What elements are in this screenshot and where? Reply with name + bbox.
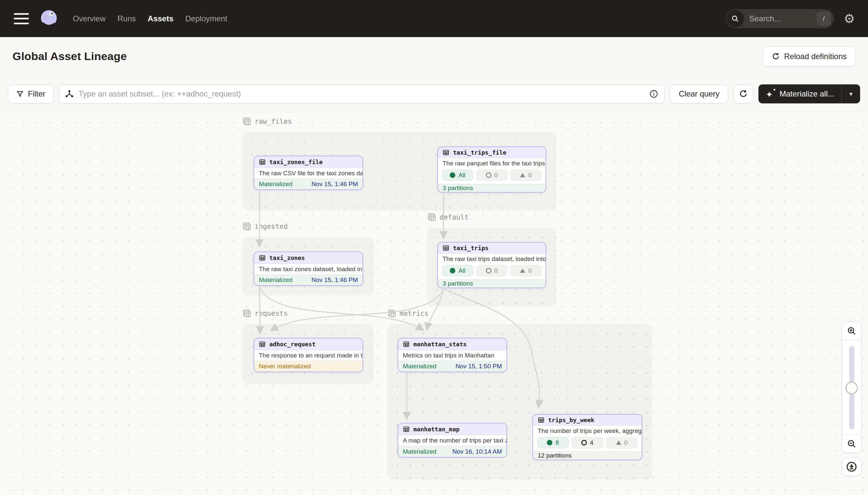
triangle-icon: [616, 441, 621, 445]
clear-query-label: Clear query: [679, 89, 720, 99]
asset-description: Metrics on taxi trips in Manhattan: [398, 350, 507, 361]
zoom-in-button[interactable]: [842, 322, 861, 340]
download-icon: [846, 461, 857, 472]
partition-badges: 8 4 0: [533, 436, 642, 451]
asset-node-header: taxi_zones: [254, 252, 362, 264]
partitions-materialized-badge[interactable]: All: [442, 169, 473, 181]
group-label-raw-files[interactable]: raw_files: [243, 117, 292, 126]
filter-button[interactable]: Filter: [8, 84, 53, 103]
partitions-missing-badge[interactable]: 0: [510, 169, 542, 181]
asset-name: manhattan_stats: [413, 341, 467, 347]
asset-name: taxi_zones_file: [269, 158, 323, 166]
dagster-logo[interactable]: [39, 8, 59, 29]
group-label-text: requests: [254, 309, 288, 318]
asset-node-header: adhoc_request: [254, 338, 362, 350]
asset-footer: Materialized Nov 16, 10:14 AM: [398, 446, 507, 457]
zoom-slider-thumb[interactable]: [845, 382, 858, 394]
dot-icon: [547, 440, 552, 445]
asset-description: The raw CSV file for the taxi zones dat.…: [254, 168, 362, 178]
asset-node-taxi-zones[interactable]: taxi_zones The raw taxi zones dataset, l…: [253, 252, 363, 286]
group-table-icon: [243, 309, 251, 318]
zoom-out-button[interactable]: [842, 435, 861, 453]
asset-node-trips-by-week[interactable]: trips_by_week The number of trips per we…: [532, 414, 642, 460]
asset-subset-input[interactable]: [78, 89, 644, 99]
refresh-graph-button[interactable]: [733, 84, 753, 103]
asset-node-header: taxi_zones_file: [254, 156, 362, 168]
hamburger-menu-icon[interactable]: [14, 13, 29, 24]
asset-node-taxi-trips-file[interactable]: taxi_trips_file The raw parquet files fo…: [437, 147, 546, 193]
asset-query-field: [59, 84, 665, 103]
info-icon[interactable]: [649, 89, 658, 99]
asset-footer: Materialized Nov 15, 1:50 PM: [398, 361, 507, 372]
nav-links: Overview Runs Assets Deployment: [73, 14, 227, 23]
partitions-missing-badge[interactable]: 0: [606, 437, 638, 448]
partitions-missing-badge[interactable]: 0: [510, 265, 542, 276]
refresh-icon: [772, 52, 780, 61]
gear-icon[interactable]: ⚙: [844, 13, 855, 25]
materialize-all-button[interactable]: ✦✦ Materialize all...: [758, 84, 842, 103]
search-placeholder: Search...: [749, 14, 781, 23]
never-materialized-status: Never materialized: [259, 363, 311, 370]
partitions-materialized-badge[interactable]: 8: [537, 437, 569, 448]
asset-node-manhattan-stats[interactable]: manhattan_stats Metrics on taxi trips in…: [397, 338, 507, 372]
asset-node-taxi-zones-file[interactable]: taxi_zones_file The raw CSV file for the…: [253, 156, 363, 190]
table-icon: [443, 149, 449, 156]
asset-graph-icon: [65, 90, 74, 99]
partitions-failed-badge[interactable]: 4: [571, 437, 603, 448]
group-label-default[interactable]: default: [427, 213, 469, 222]
nav-item-deployment[interactable]: Deployment: [185, 14, 227, 23]
materialized-timestamp[interactable]: Nov 15, 1:46 PM: [311, 181, 358, 188]
table-icon: [259, 254, 266, 261]
triangle-icon: [520, 173, 525, 177]
asset-node-adhoc-request[interactable]: adhoc_request The response to an request…: [253, 338, 363, 372]
download-image-button[interactable]: [842, 457, 862, 476]
group-label-requests[interactable]: requests: [243, 309, 288, 318]
reload-definitions-button[interactable]: Reload definitions: [763, 46, 855, 67]
materialized-status: Materialized: [259, 276, 292, 284]
materialized-timestamp[interactable]: Nov 16, 10:14 AM: [453, 448, 502, 455]
lineage-toolbar: Filter Clear query: [0, 76, 868, 112]
funnel-icon: [16, 90, 24, 98]
nav-item-overview[interactable]: Overview: [73, 14, 106, 23]
materialize-dropdown-caret[interactable]: ▾: [842, 84, 860, 103]
asset-node-taxi-trips[interactable]: taxi_trips The raw taxi trips dataset, l…: [437, 242, 546, 288]
search-input[interactable]: Search... /: [726, 9, 834, 28]
materialized-status: Materialized: [259, 181, 292, 188]
asset-description: A map of the number of trips per taxi z.…: [398, 435, 507, 446]
materialized-timestamp[interactable]: Nov 15, 1:50 PM: [455, 363, 502, 370]
group-label-text: default: [440, 214, 469, 221]
materialized-timestamp[interactable]: Nov 15, 1:46 PM: [311, 276, 358, 284]
partitions-failed-badge[interactable]: 0: [476, 265, 508, 276]
asset-description: The raw parquet files for the taxi trips…: [438, 158, 546, 169]
nav-item-runs[interactable]: Runs: [118, 14, 136, 23]
asset-node-manhattan-map[interactable]: manhattan_map A map of the number of tri…: [397, 423, 507, 458]
group-label-metrics[interactable]: metrics: [387, 309, 429, 318]
asset-description: The raw taxi zones dataset, loaded int..…: [254, 264, 362, 274]
materialized-status: Materialized: [403, 448, 436, 455]
group-table-icon: [243, 222, 251, 231]
dot-icon: [450, 268, 455, 273]
asset-footer: Materialized Nov 15, 1:46 PM: [254, 178, 362, 189]
partitions-count: 3 partitions: [443, 280, 473, 287]
group-label-ingested[interactable]: ingested: [243, 222, 288, 231]
asset-name: manhattan_map: [413, 426, 460, 433]
group-label-text: raw_files: [254, 118, 292, 125]
reload-definitions-label: Reload definitions: [784, 52, 847, 61]
table-icon: [403, 426, 410, 433]
nav-item-assets[interactable]: Assets: [148, 14, 174, 23]
clear-query-button[interactable]: Clear query: [670, 84, 728, 103]
asset-node-header: trips_by_week: [533, 414, 642, 426]
asset-node-header: taxi_trips_file: [438, 147, 546, 158]
asset-node-header: taxi_trips: [438, 243, 546, 254]
partitions-materialized-badge[interactable]: All: [442, 265, 473, 276]
page-title: Global Asset Lineage: [13, 50, 127, 63]
zoom-slider[interactable]: [842, 340, 861, 435]
asset-name: trips_by_week: [548, 416, 595, 424]
lineage-canvas[interactable]: raw_files ingested default re: [0, 112, 868, 495]
partition-badges: All 0 0: [438, 169, 546, 184]
top-navbar: Overview Runs Assets Deployment Search..…: [0, 0, 868, 37]
partition-badges: All 0 0: [438, 264, 546, 279]
partitions-failed-badge[interactable]: 0: [476, 169, 508, 181]
asset-description: The number of trips per week, aggreg...: [533, 426, 642, 436]
asset-footer: Never materialized: [254, 361, 362, 372]
